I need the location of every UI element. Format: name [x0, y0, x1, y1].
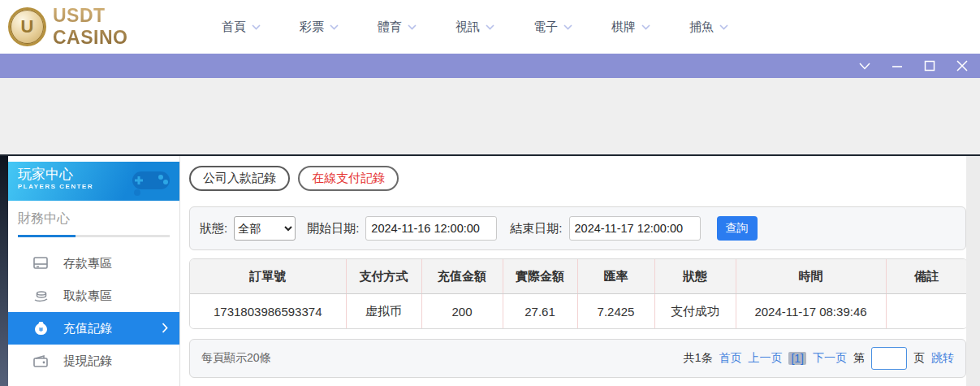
- end-date-label: 結束日期:: [510, 221, 562, 236]
- nav-item-live[interactable]: 視訊: [455, 20, 494, 35]
- pagination-bar: 每頁顯示20條 共1条 首页 上一页 [1] 下一页 第 页 跳转: [189, 339, 966, 378]
- records-table-container: 訂單號 支付方式 充值金額 實際金額 匯率 狀態 時間 備註 173180398…: [189, 258, 968, 329]
- table-row: 1731803986593374 虚拟币 200 27.61 7.2425 支付…: [190, 294, 967, 329]
- sidebar-section: 財務中心: [18, 210, 170, 237]
- nav-item-sports[interactable]: 體育: [378, 20, 417, 35]
- chevron-down-icon: [859, 63, 870, 70]
- status-label: 狀態:: [200, 221, 227, 236]
- usdt-coin-icon: U: [8, 7, 46, 46]
- maximize-button[interactable]: [923, 59, 936, 72]
- nav-item-slots[interactable]: 電子: [533, 20, 572, 35]
- wallet-icon: [32, 355, 49, 367]
- end-date-input[interactable]: [569, 216, 701, 241]
- logo-monogram: U: [21, 16, 34, 37]
- minimize-icon: [891, 60, 903, 72]
- withdraw-hand-icon: [32, 289, 49, 302]
- pager: 共1条 首页 上一页 [1] 下一页 第 页 跳转: [684, 347, 954, 370]
- cell-actual-amount: 27.61: [503, 294, 577, 329]
- first-page-link[interactable]: 首页: [719, 351, 741, 366]
- col-remark: 備註: [886, 259, 967, 294]
- jump-page-input[interactable]: [871, 347, 907, 370]
- chevron-down-icon: [330, 24, 339, 30]
- jump-suffix: 页: [913, 351, 925, 366]
- start-date-input[interactable]: [365, 216, 497, 241]
- nav-item-fishing[interactable]: 捕魚: [689, 20, 728, 35]
- window-title-bar: [0, 54, 980, 78]
- tab-company-deposit-record[interactable]: 公司入款記錄: [189, 166, 290, 191]
- next-page-link[interactable]: 下一页: [813, 351, 847, 366]
- chevron-down-icon: [486, 24, 494, 30]
- col-recharge-amount: 充值金額: [421, 259, 503, 294]
- minimize-button[interactable]: [891, 59, 904, 72]
- gamepad-icon: [127, 165, 175, 197]
- money-bag-icon: [32, 321, 49, 336]
- deposit-window-icon: [32, 257, 49, 270]
- current-page-badge: [1]: [788, 352, 806, 365]
- prev-page-link[interactable]: 上一页: [748, 351, 782, 366]
- col-actual-amount: 實際金額: [503, 259, 577, 294]
- start-date-label: 開始日期:: [307, 221, 359, 236]
- window-left-edge: [0, 156, 8, 386]
- total-count-text: 共1条: [684, 351, 713, 366]
- cell-recharge-amount: 200: [421, 294, 503, 329]
- page-size-text: 每頁顯示20條: [201, 351, 271, 366]
- search-button[interactable]: 查詢: [717, 216, 758, 241]
- right-margin: [966, 156, 980, 386]
- sidebar-item-withdrawal-record[interactable]: 提現記錄: [8, 345, 179, 377]
- status-select[interactable]: 全部: [234, 216, 296, 241]
- close-icon: [956, 60, 968, 72]
- jump-prefix: 第: [853, 351, 865, 366]
- page-banner-area: [0, 78, 980, 154]
- cell-time: 2024-11-17 08:39:46: [736, 294, 886, 329]
- collapse-button[interactable]: [858, 59, 871, 72]
- sidebar-item-deposit[interactable]: 存款專區: [8, 247, 179, 280]
- cell-remark: [886, 294, 967, 329]
- col-payment-method: 支付方式: [346, 259, 421, 294]
- close-button[interactable]: [956, 59, 969, 72]
- jump-action-link[interactable]: 跳转: [931, 351, 954, 366]
- nav-item-lottery[interactable]: 彩票: [300, 20, 339, 35]
- record-tabs: 公司入款記錄 在線支付記錄: [189, 166, 966, 191]
- players-center-window: 玩家中心 PLAYERS CENTER 財務中心 存款專區: [0, 154, 980, 386]
- records-table: 訂單號 支付方式 充值金額 實際金額 匯率 狀態 時間 備註 173180398…: [190, 259, 967, 328]
- chevron-down-icon: [408, 24, 417, 30]
- chevron-down-icon: [252, 24, 261, 30]
- sidebar-header: 玩家中心 PLAYERS CENTER: [8, 162, 179, 201]
- chevron-down-icon: [563, 24, 572, 30]
- chevron-down-icon: [719, 24, 728, 30]
- table-header-row: 訂單號 支付方式 充值金額 實際金額 匯率 狀態 時間 備註: [190, 259, 967, 294]
- col-status: 狀態: [654, 259, 736, 294]
- filter-bar: 狀態: 全部 開始日期: 結束日期: 查詢: [189, 206, 966, 250]
- chevron-down-icon: [641, 24, 650, 30]
- sidebar-section-title: 財務中心: [18, 210, 170, 228]
- sidebar-menu: 存款專區 取款專區 充值記錄 提現記錄: [8, 247, 179, 386]
- brand-name: USDT CASINO: [53, 5, 183, 49]
- col-order-number: 訂單號: [190, 259, 346, 294]
- cell-exchange-rate: 7.2425: [577, 294, 654, 329]
- nav-item-home[interactable]: 首頁: [222, 20, 261, 35]
- main-nav: 首頁 彩票 體育 視訊 電子 棋牌 捕魚: [222, 20, 728, 35]
- cell-status: 支付成功: [654, 294, 736, 329]
- sidebar-item-label: 充值記錄: [63, 321, 112, 336]
- sidebar-item-label: 存款專區: [63, 256, 112, 271]
- cell-payment-method: 虚拟币: [346, 294, 421, 329]
- sidebar-item-funds-record[interactable]: 資金記錄: [8, 377, 179, 386]
- cell-order-number: 1731803986593374: [190, 294, 346, 329]
- sidebar: 玩家中心 PLAYERS CENTER 財務中心 存款專區: [8, 156, 180, 386]
- top-nav-bar: U USDT CASINO 首頁 彩票 體育 視訊 電子 棋牌 捕魚: [0, 0, 980, 54]
- main-panel: 公司入款記錄 在線支付記錄 狀態: 全部 開始日期: 結束日期: 查詢: [180, 156, 966, 386]
- brand-logo[interactable]: U USDT CASINO: [8, 5, 183, 49]
- section-divider: [18, 235, 170, 237]
- chevron-right-icon: [162, 323, 168, 333]
- nav-item-cards[interactable]: 棋牌: [611, 20, 650, 35]
- col-exchange-rate: 匯率: [577, 259, 654, 294]
- sidebar-item-recharge-record[interactable]: 充值記錄: [8, 312, 179, 345]
- maximize-icon: [924, 60, 935, 72]
- col-time: 時間: [736, 259, 886, 294]
- sidebar-item-label: 取款專區: [63, 288, 112, 304]
- sidebar-item-label: 提現記錄: [63, 353, 112, 369]
- sidebar-item-withdraw[interactable]: 取款專區: [8, 280, 179, 312]
- tab-online-payment-record[interactable]: 在線支付記錄: [298, 166, 399, 191]
